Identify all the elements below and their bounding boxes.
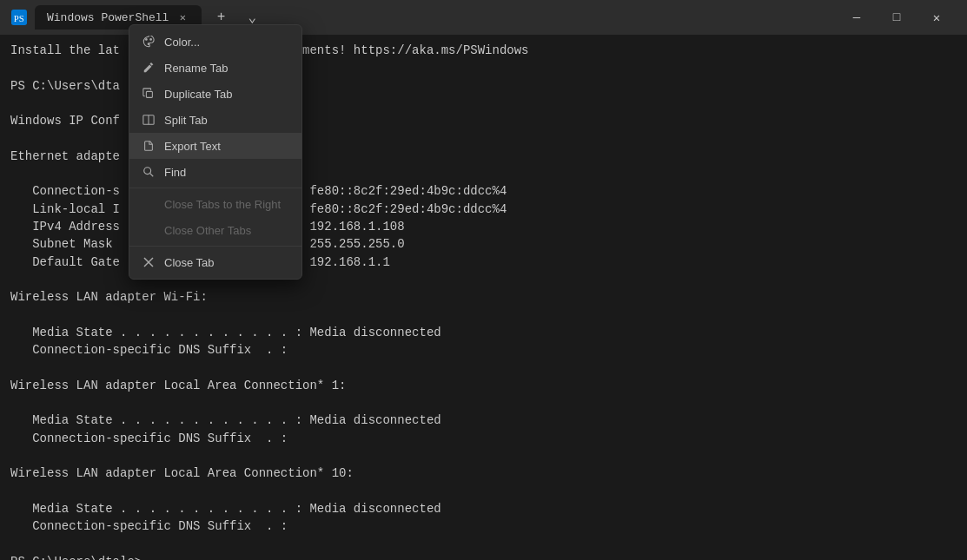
close-button[interactable]: ✕ [917,0,957,35]
menu-item-label: Color... [164,36,200,49]
tab-label: Windows PowerShell [47,11,169,24]
maximize-button[interactable]: □ [877,0,917,35]
split-icon [142,113,156,127]
tab-close-button[interactable]: ✕ [176,10,189,24]
menu-item-close-tab[interactable]: Close Tab [129,249,301,275]
minimize-button[interactable]: — [837,0,877,35]
window-controls: — □ ✕ [837,0,957,35]
svg-point-8 [144,168,151,175]
menu-item-label: Export Text [164,140,221,153]
no-icon [142,223,156,237]
menu-item-label: Split Tab [164,114,208,127]
app-icon: PS [10,9,28,26]
menu-item-duplicate-tab[interactable]: Duplicate Tab [129,81,301,107]
svg-point-2 [145,38,148,41]
menu-item-close-tabs-right: Close Tabs to the Right [129,191,301,217]
menu-item-export-text[interactable]: Export Text [129,133,301,159]
menu-item-label: Close Tabs to the Right [164,198,281,211]
duplicate-icon [142,87,156,101]
no-icon [142,197,156,211]
menu-item-label: Duplicate Tab [164,88,233,101]
menu-item-label: Close Other Tabs [164,224,251,237]
svg-rect-5 [146,91,152,97]
menu-item-label: Rename Tab [164,62,228,75]
search-icon [142,165,156,179]
menu-item-split-tab[interactable]: Split Tab [129,107,301,133]
export-icon [142,139,156,153]
close-icon [142,255,156,269]
menu-item-rename-tab[interactable]: Rename Tab [129,55,301,81]
svg-line-9 [150,174,154,177]
palette-icon [142,35,156,49]
menu-divider-2 [129,246,301,247]
menu-item-label: Close Tab [164,256,215,269]
context-menu: Color...Rename TabDuplicate TabSplit Tab… [129,24,302,280]
menu-item-color[interactable]: Color... [129,29,301,55]
edit-icon [142,61,156,75]
menu-item-find[interactable]: Find [129,159,301,185]
menu-divider-1 [129,188,301,188]
plus-icon: + [217,10,226,25]
chevron-down-icon: ⌄ [248,9,257,26]
menu-item-label: Find [164,166,186,179]
svg-point-3 [149,38,152,41]
menu-item-close-other-tabs: Close Other Tabs [129,217,301,243]
svg-text:PS: PS [14,13,24,23]
